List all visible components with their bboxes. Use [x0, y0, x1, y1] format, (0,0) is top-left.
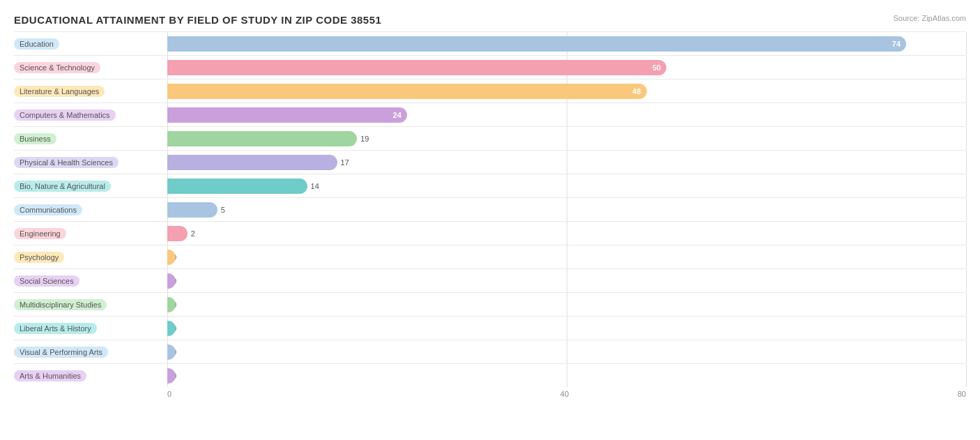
bar-row: Psychology0: [14, 245, 966, 268]
bar-track: 2: [167, 226, 966, 241]
bar-track: 74: [167, 36, 966, 52]
bar-track: 0: [167, 250, 966, 265]
bar-label: Social Sciences: [14, 274, 167, 288]
bars-section: Education74Science & Technology50Literat…: [14, 31, 966, 387]
bar-value: 17: [341, 158, 349, 167]
chart-container: EDUCATIONAL ATTAINMENT BY FIELD OF STUDY…: [0, 0, 980, 440]
bar-row: Literature & Languages48: [14, 79, 966, 103]
bar-row: Social Sciences0: [14, 268, 966, 292]
bar-value: 19: [360, 135, 369, 143]
bar-track: 50: [167, 60, 966, 75]
bar-track: 5: [167, 202, 966, 218]
bar-label: Arts & Humanities: [14, 369, 167, 383]
bar-track: 14: [167, 179, 966, 194]
bar-fill-zero: [167, 344, 176, 360]
x-axis-label: 0: [167, 390, 171, 398]
bar-fill: 50: [167, 60, 666, 75]
bar-label: Psychology: [14, 250, 167, 264]
bar-row: Physical & Health Sciences17: [14, 150, 966, 174]
chart-source: Source: ZipAtlas.com: [893, 14, 966, 22]
bar-label: Science & Technology: [14, 61, 167, 75]
chart-area: Education74Science & Technology50Literat…: [14, 31, 966, 395]
bar-row: Business19: [14, 126, 966, 150]
x-axis-label: 80: [958, 390, 966, 398]
bar-row: Multidisciplinary Studies0: [14, 292, 966, 316]
bar-track: 0: [167, 368, 966, 384]
bar-label: Engineering: [14, 227, 167, 241]
bar-fill: 24: [167, 107, 407, 123]
bar-row: Engineering2: [14, 221, 966, 245]
bar-value-inside: 74: [892, 40, 901, 48]
x-axis: 04080: [167, 390, 966, 398]
bar-value-inside: 48: [632, 87, 641, 96]
bar-label: Liberal Arts & History: [14, 321, 167, 335]
bar-fill: [167, 226, 187, 241]
bar-label: Bio, Nature & Agricultural: [14, 179, 167, 193]
bar-row: Liberal Arts & History0: [14, 316, 966, 340]
bar-value: 14: [311, 182, 319, 190]
bar-label: Literature & Languages: [14, 84, 167, 98]
bar-fill-zero: [167, 250, 176, 265]
bar-value: 2: [191, 229, 195, 238]
bar-fill: [167, 202, 217, 218]
bar-value-inside: 50: [652, 63, 661, 72]
bar-fill-zero: [167, 273, 176, 289]
bar-fill: 74: [167, 36, 906, 52]
bar-label: Multidisciplinary Studies: [14, 298, 167, 312]
bar-label: Computers & Mathematics: [14, 108, 167, 122]
bar-fill-zero: [167, 297, 176, 312]
bar-fill: 48: [167, 84, 647, 99]
bar-label: Business: [14, 132, 167, 146]
bar-track: 0: [167, 297, 966, 312]
bar-track: 0: [167, 321, 966, 336]
bar-fill: [167, 155, 337, 170]
bar-track: 19: [167, 131, 966, 146]
bar-label: Communications: [14, 203, 167, 217]
bar-row: Communications5: [14, 197, 966, 221]
bar-label: Visual & Performing Arts: [14, 345, 167, 359]
bar-value-inside: 24: [393, 111, 401, 119]
x-axis-label: 40: [560, 390, 569, 398]
bar-fill-zero: [167, 368, 176, 384]
bar-value: 5: [221, 206, 225, 214]
bar-label: Education: [14, 37, 167, 51]
bar-track: 0: [167, 273, 966, 289]
bar-fill-zero: [167, 321, 176, 336]
bar-row: Bio, Nature & Agricultural14: [14, 174, 966, 197]
bar-fill: [167, 131, 357, 146]
bar-track: 48: [167, 84, 966, 99]
bar-track: 0: [167, 344, 966, 360]
bar-fill: [167, 179, 307, 194]
chart-title: EDUCATIONAL ATTAINMENT BY FIELD OF STUDY…: [14, 14, 966, 26]
bar-row: Education74: [14, 31, 966, 55]
bar-row: Visual & Performing Arts0: [14, 340, 966, 363]
bar-label: Physical & Health Sciences: [14, 155, 167, 169]
bar-row: Arts & Humanities0: [14, 363, 966, 387]
bar-track: 17: [167, 155, 966, 170]
bar-row: Computers & Mathematics24: [14, 103, 966, 126]
bar-track: 24: [167, 107, 966, 123]
bar-row: Science & Technology50: [14, 55, 966, 79]
